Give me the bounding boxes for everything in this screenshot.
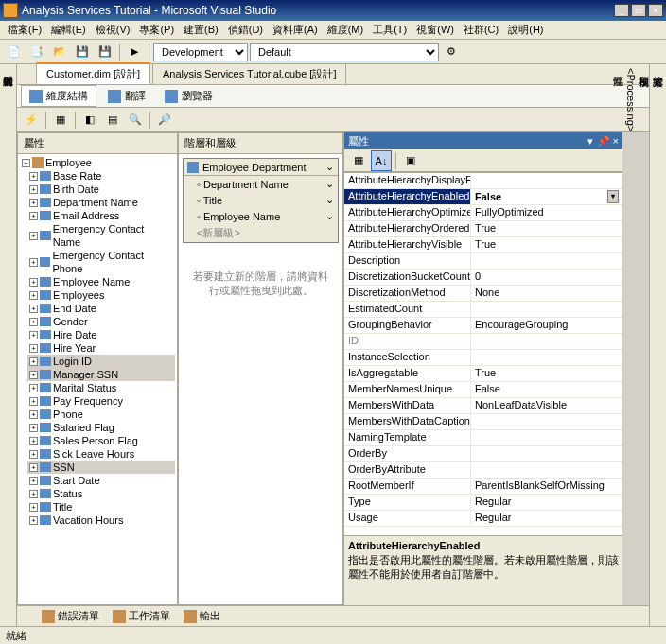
property-row[interactable]: MemberNamesUniqueFalse bbox=[344, 382, 622, 398]
property-row[interactable]: GroupingBehaviorEncourageGrouping bbox=[344, 318, 622, 334]
bottom-tab[interactable]: 錯誤清單 bbox=[36, 607, 105, 625]
attribute-tree-item[interactable]: +End Date bbox=[27, 302, 175, 315]
attribute-tree-item[interactable]: +Manager SSN bbox=[27, 368, 175, 381]
new-level-placeholder[interactable]: <新層級> bbox=[184, 224, 338, 242]
attribute-tree-item[interactable]: +Title bbox=[27, 500, 175, 513]
config-combo[interactable]: Development bbox=[153, 43, 248, 61]
attribute-tree-item[interactable]: +SSN bbox=[27, 461, 175, 474]
property-row[interactable]: OrderBy bbox=[344, 446, 622, 462]
table-button[interactable]: ▤ bbox=[102, 110, 123, 131]
property-row[interactable]: OrderByAttribute bbox=[344, 462, 622, 479]
save-all-button[interactable]: 💾 bbox=[95, 42, 115, 62]
attribute-tree-item[interactable]: +Sick Leave Hours bbox=[27, 447, 175, 461]
attribute-tree-item[interactable]: +Start Date bbox=[27, 474, 175, 487]
property-row[interactable]: MembersWithDataCaption bbox=[344, 414, 622, 430]
property-value[interactable] bbox=[471, 414, 622, 429]
expander-icon[interactable]: + bbox=[29, 232, 38, 240]
show-button[interactable]: ◧ bbox=[79, 110, 100, 131]
property-row[interactable]: DiscretizationMethodNone bbox=[344, 286, 622, 302]
attribute-tree-item[interactable]: +Hire Date bbox=[27, 328, 175, 341]
expander-icon[interactable]: + bbox=[29, 185, 38, 194]
property-value[interactable]: True bbox=[471, 237, 622, 252]
attribute-tree-item[interactable]: +Gender bbox=[27, 315, 175, 328]
expander-icon[interactable]: + bbox=[29, 199, 38, 207]
attribute-tree-item[interactable]: +Emergency Contact Name bbox=[27, 222, 175, 249]
property-pages-button[interactable]: ▣ bbox=[400, 150, 421, 171]
expander-icon[interactable]: + bbox=[29, 371, 38, 379]
property-value[interactable] bbox=[471, 302, 622, 317]
expander-icon[interactable]: + bbox=[29, 397, 38, 406]
solution-explorer-tab[interactable]: 方案總管 bbox=[651, 68, 665, 615]
attribute-tree-item[interactable]: +Hire Year bbox=[27, 341, 175, 355]
attribute-tree-item[interactable]: +Employee Name bbox=[27, 275, 175, 288]
run-button[interactable]: ▶ bbox=[124, 42, 145, 62]
attribute-tree-item[interactable]: +Employees bbox=[27, 288, 175, 302]
property-value[interactable]: ParentIsBlankSelfOrMissing bbox=[471, 479, 622, 494]
property-row[interactable]: UsageRegular bbox=[344, 511, 622, 527]
menu-item[interactable]: 建置(B) bbox=[180, 21, 222, 39]
property-value[interactable]: FullyOptimized bbox=[471, 205, 622, 220]
expander-icon[interactable]: + bbox=[29, 291, 38, 300]
attribute-tree-item[interactable]: +Birth Date bbox=[27, 183, 175, 196]
expander-icon[interactable]: + bbox=[29, 172, 38, 181]
property-row[interactable]: MembersWithDataNonLeafDataVisible bbox=[344, 398, 622, 414]
chevron-down-icon[interactable]: ⌄ bbox=[325, 161, 334, 173]
property-value[interactable] bbox=[471, 446, 622, 461]
property-row[interactable]: TypeRegular bbox=[344, 495, 622, 511]
chevron-down-icon[interactable]: ⌄ bbox=[325, 178, 334, 190]
property-row[interactable]: EstimatedCount bbox=[344, 302, 622, 318]
expander-icon[interactable]: + bbox=[29, 516, 38, 525]
property-row[interactable]: RootMemberIfParentIsBlankSelfOrMissing bbox=[344, 479, 622, 495]
property-row[interactable]: AttributeHierarchyOrderedTrue bbox=[344, 221, 622, 237]
designer-tab[interactable]: 瀏覽器 bbox=[157, 86, 220, 106]
expander-icon[interactable]: + bbox=[29, 424, 38, 432]
zoom-button[interactable]: 🔎 bbox=[154, 110, 175, 131]
toolbox-tab[interactable]: 工具箱 bbox=[0, 68, 1, 615]
chevron-down-icon[interactable]: ⌄ bbox=[325, 194, 334, 206]
default-combo[interactable]: Default bbox=[250, 43, 439, 61]
expander-icon[interactable]: + bbox=[29, 344, 38, 353]
alphabetical-button[interactable]: A↓ bbox=[371, 150, 392, 171]
menu-item[interactable]: 視窗(W) bbox=[412, 21, 458, 39]
property-row[interactable]: AttributeHierarchyVisibleTrue bbox=[344, 237, 622, 253]
document-tab[interactable]: Customer.dim [設計] bbox=[36, 62, 150, 84]
property-row[interactable]: IsAggregatableTrue bbox=[344, 366, 622, 382]
toolbar-extra-button[interactable]: ⚙ bbox=[441, 42, 462, 62]
attribute-tree-item[interactable]: +Phone bbox=[27, 408, 175, 421]
hierarchy-level[interactable]: ◦ Department Name⌄ bbox=[184, 176, 338, 192]
expander-icon[interactable]: + bbox=[29, 450, 38, 459]
property-row[interactable]: InstanceSelection bbox=[344, 350, 622, 366]
property-value[interactable]: NonLeafDataVisible bbox=[471, 398, 622, 413]
menu-item[interactable]: 維度(M) bbox=[324, 21, 368, 39]
attribute-tree-item[interactable]: +Department Name bbox=[27, 196, 175, 209]
menu-item[interactable]: 資料庫(A) bbox=[269, 21, 322, 39]
property-value[interactable]: Regular bbox=[471, 511, 622, 526]
dropdown-icon[interactable]: ▾ bbox=[587, 135, 593, 147]
expander-icon[interactable]: + bbox=[29, 318, 38, 326]
close-button[interactable]: × bbox=[648, 4, 663, 17]
attribute-tree-item[interactable]: +Status bbox=[27, 487, 175, 500]
pin-icon[interactable]: 📌 bbox=[597, 135, 610, 147]
attribute-tree-item[interactable]: +Pay Frequency bbox=[27, 394, 175, 408]
property-value[interactable]: EncourageGrouping bbox=[471, 318, 622, 333]
expander-icon[interactable]: + bbox=[29, 258, 38, 267]
hierarchy-level[interactable]: ◦ Title⌄ bbox=[184, 192, 338, 208]
menu-item[interactable]: 檢視(V) bbox=[92, 21, 134, 39]
hierarchy-level[interactable]: ◦ Employee Name⌄ bbox=[184, 208, 338, 224]
properties-grid[interactable]: AttributeHierarchyDisplayFAttributeHiera… bbox=[344, 172, 622, 535]
expander-icon[interactable]: + bbox=[29, 463, 38, 472]
designer-tab[interactable]: 翻譯 bbox=[100, 86, 153, 106]
view-as-button[interactable]: ▦ bbox=[50, 110, 71, 131]
property-row[interactable]: NamingTemplate bbox=[344, 430, 622, 446]
property-value[interactable]: False bbox=[471, 382, 622, 397]
attributes-tree[interactable]: − Employee +Base Rate+Birth Date+Departm… bbox=[18, 154, 177, 604]
document-tab[interactable]: Analysis Services Tutorial.cube [設計] bbox=[152, 63, 346, 84]
property-value[interactable]: False▾ bbox=[471, 189, 622, 204]
property-value[interactable]: True bbox=[471, 221, 622, 236]
expander-icon[interactable]: + bbox=[29, 357, 38, 366]
property-value[interactable] bbox=[471, 350, 622, 365]
property-value[interactable] bbox=[471, 173, 622, 188]
property-row[interactable]: AttributeHierarchyEnabledFalse▾ bbox=[344, 189, 622, 205]
expander-icon[interactable]: + bbox=[29, 331, 38, 339]
properties-tab[interactable]: 屬性 bbox=[611, 68, 625, 615]
